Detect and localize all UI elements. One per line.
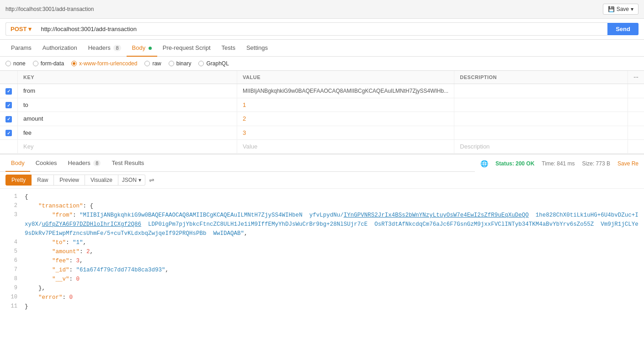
key-fee: fee bbox=[23, 129, 32, 136]
response-time: Time: 841 ms bbox=[542, 160, 575, 167]
chevron-down-icon: ▾ bbox=[138, 177, 141, 183]
code-line-8: 8 "__v": 0 bbox=[0, 275, 644, 284]
radio-urlencoded[interactable]: x-www-form-urlencoded bbox=[71, 60, 137, 67]
key-from: from bbox=[23, 87, 35, 94]
value-to: 1 bbox=[243, 101, 246, 108]
placeholder-key: Key bbox=[23, 143, 33, 150]
request-tabs: Params Authorization Headers 8 Body Pre-… bbox=[0, 40, 644, 57]
tab-pre-request-script[interactable]: Pre-request Script bbox=[157, 40, 216, 57]
radio-dot-urlencoded bbox=[71, 61, 77, 66]
url-input[interactable] bbox=[36, 22, 607, 36]
response-tab-test-results[interactable]: Test Results bbox=[106, 155, 149, 172]
body-active-dot bbox=[149, 47, 152, 50]
table-row: fee 3 bbox=[0, 126, 644, 140]
radio-dot-raw bbox=[144, 61, 150, 66]
format-tabs: Pretty Raw Preview Visualize JSON ▾ ⇌ bbox=[0, 172, 644, 189]
table-row: to 1 bbox=[0, 98, 644, 112]
response-tab-body[interactable]: Body bbox=[5, 155, 30, 172]
json-format-select[interactable]: JSON ▾ bbox=[118, 175, 145, 186]
code-line-6: 6 "fee": 3, bbox=[0, 256, 644, 266]
tab-tests[interactable]: Tests bbox=[216, 40, 241, 57]
table-row-placeholder: Key Value Description bbox=[0, 140, 644, 154]
response-tab-cookies[interactable]: Cookies bbox=[30, 155, 63, 172]
code-line-9: 9 }, bbox=[0, 284, 644, 293]
placeholder-description: Description bbox=[460, 143, 490, 150]
code-line-2: 2 "transaction": { bbox=[0, 202, 644, 211]
fmt-tab-preview[interactable]: Preview bbox=[54, 175, 85, 186]
tab-headers[interactable]: Headers 8 bbox=[83, 40, 127, 57]
col-more: ··· bbox=[628, 71, 644, 84]
response-status-bar: 🌐 Status: 200 OK Time: 841 ms Size: 773 … bbox=[475, 160, 644, 167]
radio-dot-form-data bbox=[33, 61, 38, 66]
method-select[interactable]: POST ▾ bbox=[5, 22, 36, 36]
col-value: VALUE bbox=[237, 71, 454, 84]
globe-icon: 🌐 bbox=[480, 160, 488, 167]
response-code-area: 1 { 2 "transaction": { 3 "from": "MIIBIj… bbox=[0, 189, 644, 315]
key-amount: amount bbox=[23, 115, 43, 122]
code-line-1: 1 { bbox=[0, 192, 644, 202]
params-table: KEY VALUE DESCRIPTION ··· from MIIBIjANB… bbox=[0, 71, 644, 153]
code-line-3: 3 "from": "MIIBIjANBgkqhkiG9w0BAQEFAAOCA… bbox=[0, 211, 644, 238]
radio-graphql[interactable]: GraphQL bbox=[198, 60, 229, 67]
key-to: to bbox=[23, 101, 28, 108]
response-size: Size: 773 B bbox=[582, 160, 610, 167]
chevron-down-icon: ▾ bbox=[28, 26, 32, 32]
body-type-row: none form-data x-www-form-urlencoded raw… bbox=[0, 57, 644, 71]
row-checkbox-fee[interactable] bbox=[5, 130, 12, 136]
fmt-tab-raw[interactable]: Raw bbox=[32, 175, 54, 186]
row-checkbox-from[interactable] bbox=[5, 88, 12, 95]
save-button[interactable]: 💾 Save ▾ bbox=[603, 4, 639, 15]
fmt-tab-pretty[interactable]: Pretty bbox=[5, 175, 32, 186]
code-line-11: 11 } bbox=[0, 302, 644, 311]
radio-dot-none bbox=[5, 61, 11, 66]
response-tabs-status-bar: Body Cookies Headers 8 Test Results 🌐 St… bbox=[0, 155, 644, 172]
params-table-wrapper: KEY VALUE DESCRIPTION ··· from MIIBIjANB… bbox=[0, 71, 644, 154]
tab-authorization[interactable]: Authorization bbox=[37, 40, 83, 57]
tab-params[interactable]: Params bbox=[5, 40, 37, 57]
value-fee: 3 bbox=[243, 129, 246, 136]
save-icon: 💾 bbox=[608, 6, 615, 12]
col-checkbox bbox=[0, 71, 18, 84]
status-ok: Status: 200 OK bbox=[495, 160, 534, 167]
radio-form-data[interactable]: form-data bbox=[33, 60, 64, 67]
request-bar: POST ▾ Send bbox=[0, 19, 644, 40]
placeholder-value: Value bbox=[243, 143, 257, 150]
col-description: DESCRIPTION bbox=[454, 71, 628, 84]
tab-settings[interactable]: Settings bbox=[241, 40, 273, 57]
top-bar: http://localhost:3001/add-transaction 💾 … bbox=[0, 0, 644, 19]
top-bar-url: http://localhost:3001/add-transaction bbox=[5, 6, 94, 12]
radio-raw[interactable]: raw bbox=[144, 60, 161, 67]
table-row: amount 2 bbox=[0, 112, 644, 126]
table-row: from MIIBIjANBgkqhkiG9w0BAQEFAAOCAQ8AMII… bbox=[0, 84, 644, 98]
row-checkbox-to[interactable] bbox=[5, 102, 12, 108]
radio-dot-binary bbox=[169, 61, 174, 66]
radio-none[interactable]: none bbox=[5, 60, 26, 67]
value-amount: 2 bbox=[243, 115, 246, 122]
response-tab-headers[interactable]: Headers 8 bbox=[63, 155, 106, 172]
value-from: MIIBIjANBgkqhkiG9w0BAQEFAAOCAQ8AMIIBCgKC… bbox=[243, 88, 448, 94]
code-line-7: 7 "_id": "61a674f79c7dd774b8ca3d93", bbox=[0, 266, 644, 275]
fmt-tab-visualize[interactable]: Visualize bbox=[85, 175, 118, 186]
filter-icon[interactable]: ⇌ bbox=[149, 176, 154, 184]
response-tabs-bar: Body Cookies Headers 8 Test Results bbox=[0, 155, 475, 172]
radio-dot-graphql bbox=[198, 61, 204, 66]
code-line-10: 10 "error": 0 bbox=[0, 293, 644, 302]
response-section: Body Cookies Headers 8 Test Results 🌐 St… bbox=[0, 154, 644, 315]
code-line-5: 5 "amount": 2, bbox=[0, 247, 644, 256]
send-button[interactable]: Send bbox=[607, 23, 639, 35]
row-checkbox-amount[interactable] bbox=[5, 116, 12, 122]
col-key: KEY bbox=[18, 71, 237, 84]
chevron-down-icon: ▾ bbox=[631, 6, 633, 12]
code-line-4: 4 "to": "1", bbox=[0, 238, 644, 247]
radio-binary[interactable]: binary bbox=[169, 60, 192, 67]
tab-body[interactable]: Body bbox=[127, 40, 157, 57]
save-response-button[interactable]: Save Re bbox=[617, 160, 639, 167]
